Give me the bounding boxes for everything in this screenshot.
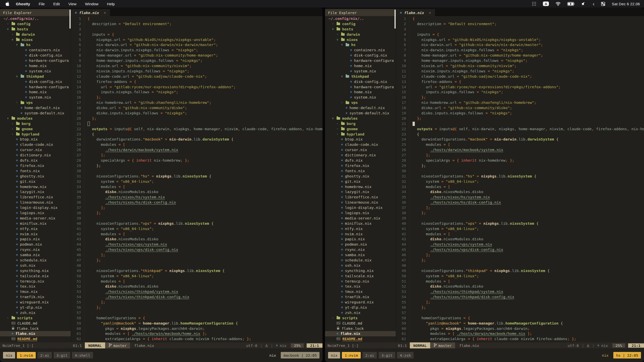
- code-line-60[interactable]: 60 pkgs = nixpkgs.legacyPackages.aarch64…: [396, 326, 644, 331]
- code-line-52[interactable]: 52 disko.nixosModules.disko: [71, 284, 323, 289]
- tree-item-modules[interactable]: ∨modules: [325, 116, 396, 121]
- code-line-5[interactable]: 5 nixpkgs.url = "github:NixOS/nixpkgs/ni…: [396, 37, 644, 42]
- editor-flake-nix[interactable]: 1{2 description = "Default environment";…: [396, 16, 644, 342]
- code-line-14[interactable]: 14 url = "gitlab:rycee/nur-expressions?d…: [396, 84, 644, 90]
- wifi-icon[interactable]: [555, 2, 561, 6]
- code-line-7[interactable]: 7 nix-darwin.inputs.nixpkgs.follows = "n…: [396, 48, 644, 53]
- tree-item-nvim.nix[interactable]: ❄nvim.nix: [0, 232, 71, 237]
- tree-item-nixos[interactable]: ∨nixos: [0, 37, 71, 42]
- code-line-55[interactable]: 55 ];: [71, 300, 323, 305]
- tree-item-termscp.nix[interactable]: ❄termscp.nix: [0, 279, 71, 284]
- code-line-42[interactable]: 42 modules = [: [71, 232, 323, 237]
- tree-item-hardware-configura[interactable]: ❄hardware-configura: [325, 58, 396, 63]
- code-line-48[interactable]: 48: [396, 263, 644, 268]
- code-line-47[interactable]: 47 };: [396, 258, 644, 263]
- chevron-left-icon[interactable]: ‹: [593, 1, 594, 6]
- tree-item-CLAUDE.md[interactable]: CLAUDE.md: [325, 321, 396, 326]
- tree-item-login-display.nix[interactable]: ❄login-display.nix: [325, 205, 396, 210]
- tree-item-flake.lock[interactable]: flake.lock: [325, 326, 396, 331]
- code-line-31[interactable]: 31 nixosConfigurations."hs" = nixpkgs.li…: [396, 174, 644, 179]
- tree-item-CLAUDE.md[interactable]: CLAUDE.md: [0, 321, 71, 326]
- code-line-4[interactable]: 4 inputs = {: [396, 32, 644, 37]
- code-line-21[interactable]: 21: [396, 121, 644, 126]
- menu-item-window[interactable]: Window: [85, 2, 98, 6]
- code-line-40[interactable]: 40 nixosConfigurations."vps" = nixpkgs.l…: [71, 221, 323, 226]
- tree-item-system.nix[interactable]: ❄system.nix: [325, 95, 396, 100]
- code-line-17[interactable]: 17 nix-homebrew.url = "github:zhaofengli…: [396, 100, 644, 105]
- tree-item-linearmouse.nix[interactable]: ❄linearmouse.nix: [0, 200, 71, 205]
- code-line-39[interactable]: 39: [396, 216, 644, 221]
- code-line-32[interactable]: 32 system = "x86_64-linux";: [396, 179, 644, 184]
- tree-item-ntfy.nix[interactable]: ❄ntfy.nix: [0, 226, 71, 232]
- menu-item-edit[interactable]: Edit: [53, 2, 60, 6]
- menu-item-help[interactable]: Help: [107, 2, 115, 6]
- tree-item-firefox.nix[interactable]: ❄firefox.nix: [325, 163, 396, 168]
- code-line-24[interactable]: 24 darwinConfigurations."macbook" = nix-…: [71, 137, 323, 142]
- tree-item-hyprland[interactable]: ›hyprland: [0, 132, 71, 137]
- menu-item-ghostty[interactable]: Ghostty: [16, 2, 30, 6]
- code-line-30[interactable]: 30: [71, 168, 323, 174]
- tree-item-rsync.nix[interactable]: ❄rsync.nix: [0, 247, 71, 252]
- menu-item-file[interactable]: File: [39, 2, 45, 6]
- tree-item-libreoffice.nix[interactable]: ❄libreoffice.nix: [0, 195, 71, 200]
- tree-item-homebrew.nix[interactable]: ❄homebrew.nix: [325, 184, 396, 190]
- code-line-11[interactable]: 11 nixvim.inputs.nixpkgs.follows = "nixp…: [396, 69, 644, 74]
- code-line-10[interactable]: 10 nixvim.url = "github:nix-community/ni…: [71, 63, 323, 69]
- code-line-47[interactable]: 47 };: [71, 258, 323, 263]
- tree-expand-arrow-icon[interactable]: ∨: [332, 27, 337, 32]
- tree-item-home-default.nix[interactable]: ❄home-default.nix: [325, 105, 396, 111]
- code-line-46[interactable]: 46 ];: [71, 252, 323, 258]
- code-line-20[interactable]: 20 };: [396, 116, 644, 121]
- tree-expand-arrow-icon[interactable]: ∨: [12, 37, 16, 42]
- tree-item-README.md[interactable]: README.md: [0, 336, 71, 342]
- code-line-28[interactable]: 28 specialArgs = { inherit nix-homebrew;…: [71, 158, 323, 163]
- tree-collapse-arrow-icon[interactable]: ›: [337, 126, 341, 132]
- tree-item-dictionary.nix[interactable]: ❄dictionary.nix: [325, 153, 396, 158]
- tree-item-flake.nix[interactable]: ❄flake.nix: [325, 331, 396, 336]
- tree-item-rsync.nix[interactable]: ❄rsync.nix: [325, 247, 396, 252]
- code-line-34[interactable]: 34 disko.nixosModules.disko: [396, 189, 644, 195]
- tree-item-libreoffice.nix[interactable]: ❄libreoffice.nix: [325, 195, 396, 200]
- code-line-45[interactable]: 45 ./hosts/nixos/vps/disk-config.nix: [71, 247, 323, 252]
- code-line-26[interactable]: 26 ./hosts/darwin/macbook/system.nix: [71, 147, 323, 153]
- tree-expand-arrow-icon[interactable]: ∨: [337, 37, 341, 42]
- tree-root[interactable]: ~/.config/nix/..: [0, 16, 71, 21]
- code-line-27[interactable]: 27 ];: [396, 153, 644, 158]
- tree-item-hyprland[interactable]: ›hyprland: [325, 132, 396, 137]
- code-line-35[interactable]: 35 ./hosts/nixos/hs/system.nix: [71, 195, 323, 200]
- tree-expand-arrow-icon[interactable]: ∨: [16, 74, 21, 79]
- tree-expand-arrow-icon[interactable]: ∨: [7, 27, 12, 32]
- tree-collapse-arrow-icon[interactable]: ›: [12, 121, 16, 126]
- tree-item-schedule.nix[interactable]: ❄schedule.nix: [325, 258, 396, 263]
- code-line-54[interactable]: 54 ./hosts/nixos/thinkpad/disk-config.ni…: [71, 294, 323, 300]
- tree-item-homebrew.nix[interactable]: ❄homebrew.nix: [0, 184, 71, 190]
- code-line-43[interactable]: 43 disko.nixosModules.disko: [396, 237, 644, 242]
- code-line-61[interactable]: 61 modules = [ ./hosts/darwin/macbook/ho…: [396, 331, 644, 336]
- code-line-26[interactable]: 26 ./hosts/darwin/macbook/system.nix: [396, 147, 644, 153]
- tree-item-system-default.nix[interactable]: ❄system-default.nix: [325, 111, 396, 116]
- tree-item-ssh.nix[interactable]: ❄ssh.nix: [0, 263, 71, 268]
- tree-item-borg[interactable]: ›borg: [325, 121, 396, 126]
- code-line-6[interactable]: 6 nix-darwin.url = "github:nix-darwin/ni…: [396, 42, 644, 48]
- code-line-7[interactable]: 7 nix-darwin.inputs.nixpkgs.follows = "n…: [71, 48, 323, 53]
- tree-item-btop.nix[interactable]: ❄btop.nix: [325, 137, 396, 142]
- tree-item-samba.nix[interactable]: ❄samba.nix: [0, 252, 71, 258]
- code-line-51[interactable]: 51 modules = [: [396, 279, 644, 284]
- tree-item-yt-dlp.nix[interactable]: ❄yt-dlp.nix: [0, 305, 71, 310]
- tree-item-scripts[interactable]: ›scripts: [325, 315, 396, 321]
- tree-item-hardware-configura[interactable]: ❄hardware-configura: [0, 84, 71, 90]
- code-line-33[interactable]: 33 modules = [: [396, 184, 644, 190]
- code-line-49[interactable]: 49 nixosConfigurations."thinkpad" = nixp…: [71, 268, 323, 274]
- code-line-1[interactable]: 1{: [71, 16, 323, 21]
- tree-item-scripts[interactable]: ›scripts: [0, 315, 71, 321]
- code-line-11[interactable]: 11 nixvim.inputs.nixpkgs.follows = "nixp…: [71, 69, 323, 74]
- tree-collapse-arrow-icon[interactable]: ›: [337, 132, 341, 137]
- code-line-39[interactable]: 39: [71, 216, 323, 221]
- tree-item-claude-code.nix[interactable]: ❄claude-code.nix: [325, 142, 396, 147]
- code-line-28[interactable]: 28 specialArgs = { inherit nix-homebrew;…: [396, 158, 644, 163]
- tree-item-system-default.nix[interactable]: ❄system-default.nix: [0, 111, 71, 116]
- tree-item-tmux.nix[interactable]: ❄tmux.nix: [325, 289, 396, 294]
- tree-item-disk-config.nix[interactable]: ❄disk-config.nix: [325, 53, 396, 58]
- battery-charging-icon[interactable]: [567, 2, 575, 6]
- code-line-36[interactable]: 36 ./hosts/nixos/hs/disk-config.nix: [71, 200, 323, 205]
